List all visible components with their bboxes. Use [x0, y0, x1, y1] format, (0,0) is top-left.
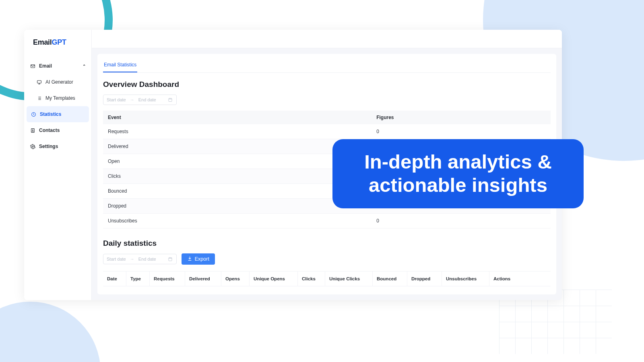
callout-line1: In-depth analytics & — [345, 150, 572, 174]
col-unique-clicks: Unique Clicks — [325, 272, 373, 286]
overview-end-date: End date — [138, 97, 156, 102]
sidebar-item-statistics[interactable]: Statistics — [27, 106, 89, 122]
gear-icon — [30, 144, 35, 149]
logo-part1: Email — [33, 38, 52, 47]
calendar-icon — [167, 97, 173, 103]
col-unique-opens: Unique Opens — [250, 272, 298, 286]
col-dropped: Dropped — [407, 272, 442, 286]
sidebar-contacts-label: Contacts — [39, 128, 60, 133]
sidebar-item-my-templates[interactable]: My Templates — [24, 90, 91, 106]
overview-col-event: Event — [103, 111, 372, 124]
calendar-icon — [167, 256, 173, 262]
table-row: Unsubscribes0 — [103, 214, 551, 228]
sidebar: EmailGPT Email ⌃ AI Generator My Tem — [24, 30, 92, 300]
list-icon — [36, 95, 42, 101]
overview-figure: 0 — [372, 124, 551, 139]
sidebar-item-email[interactable]: Email ⌃ — [24, 58, 91, 74]
contacts-icon — [30, 128, 35, 133]
sidebar-email-label: Email — [39, 63, 52, 69]
col-bounced: Bounced — [373, 272, 407, 286]
download-icon — [187, 256, 192, 262]
col-delivered: Delivered — [185, 272, 221, 286]
overview-event: Unsubscribes — [103, 214, 372, 228]
tab-bar: Email Statistics — [103, 60, 551, 73]
col-opens: Opens — [221, 272, 250, 286]
daily-title: Daily statistics — [103, 239, 551, 248]
overview-event: Bounced — [103, 184, 372, 199]
export-label: Export — [195, 256, 209, 262]
tab-email-statistics[interactable]: Email Statistics — [103, 60, 137, 72]
col-actions: Actions — [489, 272, 551, 286]
sidebar-statistics-label: Statistics — [40, 111, 61, 117]
monitor-icon — [36, 79, 42, 85]
overview-start-date: Start date — [107, 97, 126, 102]
arrow-right-icon: → — [130, 257, 134, 261]
export-button[interactable]: Export — [182, 253, 215, 265]
daily-date-range[interactable]: Start date → End date — [103, 254, 177, 264]
overview-col-figures: Figures — [372, 111, 551, 124]
overview-date-range[interactable]: Start date → End date — [103, 95, 177, 105]
promo-callout: In-depth analytics & actionable insights — [332, 139, 584, 208]
sidebar-item-settings[interactable]: Settings — [24, 138, 91, 154]
svg-rect-6 — [169, 99, 172, 102]
clock-icon — [31, 111, 36, 117]
daily-table-header: Date Type Requests Delivered Opens Uniqu… — [103, 271, 551, 286]
chevron-up-icon: ⌃ — [83, 64, 86, 68]
table-row: Requests0 — [103, 124, 551, 139]
sidebar-item-ai-generator[interactable]: AI Generator — [24, 74, 91, 90]
logo-part2: GPT — [52, 38, 66, 47]
overview-event: Requests — [103, 124, 372, 139]
overview-figure: 0 — [372, 214, 551, 228]
mail-icon — [30, 63, 35, 69]
col-unsubscribes: Unsubscribes — [442, 272, 489, 286]
col-type: Type — [126, 272, 150, 286]
col-clicks: Clicks — [298, 272, 325, 286]
svg-point-4 — [32, 130, 33, 130]
sidebar-item-contacts[interactable]: Contacts — [24, 122, 91, 138]
overview-event: Clicks — [103, 169, 372, 184]
bg-blob-bottom-left — [0, 302, 101, 362]
overview-title: Overview Dashboard — [103, 80, 551, 89]
svg-point-5 — [32, 146, 33, 147]
daily-start-date: Start date — [107, 257, 126, 261]
nav: Email ⌃ AI Generator My Templates Stati — [24, 55, 91, 154]
sidebar-my-templates-label: My Templates — [45, 95, 75, 101]
app-logo: EmailGPT — [24, 30, 91, 55]
svg-rect-1 — [37, 80, 41, 83]
sidebar-ai-generator-label: AI Generator — [45, 79, 73, 85]
svg-rect-7 — [169, 258, 172, 261]
col-date: Date — [103, 272, 126, 286]
top-header-strip — [92, 30, 562, 48]
overview-event: Open — [103, 154, 372, 169]
daily-end-date: End date — [138, 257, 156, 261]
col-requests: Requests — [150, 272, 185, 286]
overview-event: Delivered — [103, 139, 372, 154]
callout-line2: actionable insights — [345, 174, 572, 197]
overview-event: Dropped — [103, 199, 372, 214]
sidebar-settings-label: Settings — [39, 144, 58, 149]
arrow-right-icon: → — [130, 97, 134, 102]
